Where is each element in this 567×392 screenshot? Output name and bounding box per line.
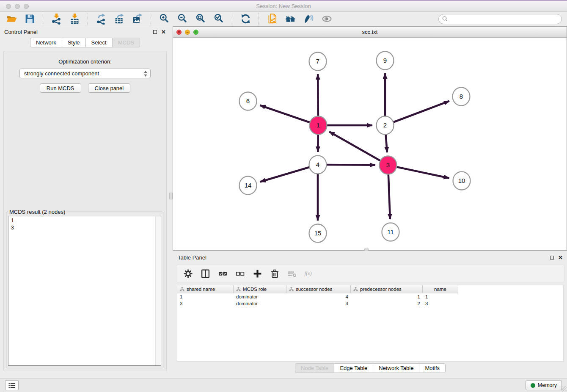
zoom-in-icon[interactable] [158,13,171,25]
save-icon[interactable] [23,13,36,25]
network-graph-canvas[interactable]: 1234678910111415 [173,38,567,250]
criterion-select[interactable]: strongly connected component [19,69,151,78]
table-row[interactable]: 3dominator323 [177,300,563,307]
zoom-selected-icon[interactable] [212,13,225,25]
zoom-out-icon[interactable] [176,13,189,25]
table-cell[interactable]: 1 [423,294,458,299]
graph-node-8[interactable]: 8 [453,88,470,106]
export-network-icon[interactable] [95,13,107,25]
float-panel-icon[interactable] [153,30,157,34]
graph-edge-1-6[interactable] [260,105,318,125]
optimization-criterion-label: Optimization criterion: [4,58,166,65]
graph-edge-3-10[interactable] [388,165,449,178]
function-icon: f(x) [304,268,315,279]
horizontal-splitter-grip[interactable] [364,248,369,251]
document-network-icon[interactable] [266,13,278,25]
mcds-buttons-row: Run MCDS Close panel [4,83,166,93]
open-icon[interactable] [5,13,18,25]
graph-node-7[interactable]: 7 [309,52,327,71]
column-header-predecessor-nodes[interactable]: predecessor nodes [351,285,423,293]
close-table-panel-icon[interactable]: ✕ [558,255,563,260]
maximize-network-icon[interactable]: + [193,30,198,35]
table-cell[interactable]: 3 [423,301,458,306]
toolbar-icons [5,13,333,25]
refresh-icon[interactable] [239,13,252,25]
select-all-icon[interactable] [217,268,228,279]
deselect-all-icon[interactable] [234,268,245,279]
float-table-panel-icon[interactable] [550,256,554,259]
criterion-value: strongly connected component [24,70,143,77]
graph-node-9[interactable]: 9 [377,52,394,70]
tab-network-table[interactable]: Network Table [373,363,419,373]
graph-edge-3-1[interactable] [329,132,388,165]
tab-style[interactable]: Style [62,38,86,47]
tab-edge-table[interactable]: Edge Table [334,363,373,373]
graph-node-14[interactable]: 14 [239,177,257,195]
close-panel-icon[interactable]: ✕ [161,29,166,35]
search-input[interactable] [438,14,562,24]
tab-motifs[interactable]: Motifs [419,363,446,373]
table-cell[interactable]: 3 [177,301,234,306]
column-header-MCDS-role[interactable]: MCDS role [234,285,286,293]
application-window: Session: New Session Control Panel ✕ Net… [0,0,567,392]
node-table: shared nameMCDS rolesuccessor nodesprede… [177,285,564,362]
tree-icon [289,287,294,292]
panels-menu-button[interactable] [5,380,19,390]
toolbar-separator [232,13,232,25]
import-network-icon[interactable] [50,13,63,25]
svg-text:2: 2 [383,121,387,129]
columns-icon[interactable] [200,268,211,279]
delete-row-icon[interactable] [269,268,280,279]
table-cell[interactable]: 4 [286,294,351,299]
window-resize-grip[interactable] [561,386,567,392]
close-network-icon[interactable]: × [176,30,182,35]
table-row[interactable]: 1dominator411 [177,293,563,300]
home-icon[interactable] [284,13,297,25]
table-panel: Table Panel ✕ f(x) shared nameMCDS roles… [173,252,567,376]
result-scrollbar[interactable] [155,216,161,365]
mcds-panel: Optimization criterion: strongly connect… [3,51,167,371]
toolbar-separator [259,13,259,25]
graph-node-3[interactable]: 3 [380,156,397,174]
export-table-icon[interactable] [113,13,126,25]
graph-node-1[interactable]: 1 [310,116,327,135]
zoom-fit-icon[interactable] [194,13,207,25]
close-panel-button[interactable]: Close panel [88,83,131,93]
minimize-network-icon[interactable]: – [185,30,190,35]
tab-node-table[interactable]: Node Table [295,363,335,373]
graph-node-10[interactable]: 10 [453,172,471,190]
graph-node-4[interactable]: 4 [309,156,327,174]
table-cell[interactable]: 3 [286,301,351,306]
column-header-name[interactable]: name [423,285,458,293]
export-image-icon[interactable] [131,13,144,25]
svg-text:f(x): f(x) [305,271,312,276]
run-mcds-button[interactable]: Run MCDS [40,83,81,93]
table-cell[interactable]: dominator [234,301,286,306]
graph-node-15[interactable]: 15 [309,224,327,243]
add-row-icon[interactable] [252,268,263,279]
table-cell[interactable]: 2 [351,301,423,306]
svg-text:6: 6 [246,97,250,105]
vertical-splitter-grip[interactable] [169,193,173,199]
tree-icon [180,287,184,292]
import-table-icon[interactable] [68,13,81,25]
tab-network[interactable]: Network [30,38,62,47]
column-header-successor-nodes[interactable]: successor nodes [286,285,351,293]
table-cell[interactable]: 1 [177,294,234,299]
graph-edge-2-8[interactable] [385,101,449,125]
memory-button[interactable]: Memory [526,380,562,390]
graph-node-6[interactable]: 6 [239,92,257,110]
graph-node-2[interactable]: 2 [377,116,394,135]
toolbar-separator [88,13,88,25]
graph-node-11[interactable]: 11 [382,223,399,241]
table-cell[interactable]: 1 [351,294,423,299]
tab-select[interactable]: Select [85,38,113,47]
control-panel-tabs: NetworkStyleSelectMCDS [0,38,170,47]
style-icon[interactable] [302,13,315,25]
table-cell[interactable]: dominator [234,294,286,299]
column-header-shared-name[interactable]: shared name [177,285,234,293]
settings-gear-icon[interactable] [182,268,193,279]
select-chevrons-icon [143,70,148,77]
svg-text:14: 14 [245,182,252,189]
tab-mcds[interactable]: MCDS [112,38,140,47]
